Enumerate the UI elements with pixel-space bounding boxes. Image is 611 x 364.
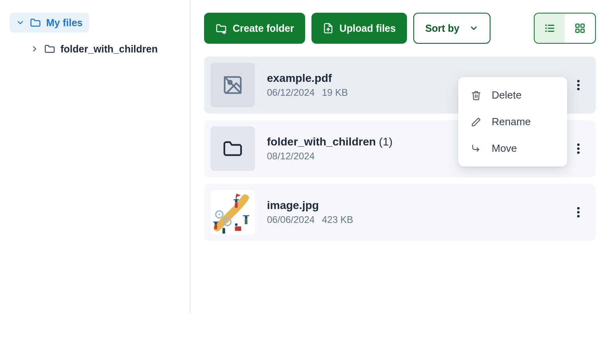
dots-vertical-icon (577, 206, 580, 218)
svg-rect-38 (222, 230, 225, 234)
svg-point-19 (577, 143, 580, 146)
button-label: Sort by (425, 23, 459, 34)
svg-point-16 (577, 80, 580, 82)
folder-thumbnail (210, 126, 255, 171)
folder-icon (29, 17, 41, 29)
svg-point-8 (546, 31, 546, 31)
file-info: image.jpg 06/06/2024 423 KB (267, 199, 570, 225)
menu-item-label: Rename (492, 116, 531, 128)
svg-point-34 (245, 216, 247, 219)
illustration-icon (210, 190, 255, 234)
svg-point-7 (546, 28, 546, 28)
svg-rect-39 (235, 227, 241, 231)
folder-plus-icon (215, 22, 227, 34)
grid-icon (574, 23, 586, 34)
view-toggle (534, 13, 596, 44)
file-size: 19 KB (322, 87, 348, 98)
chevron-down-icon (469, 23, 479, 33)
file-date: 06/06/2024 (267, 214, 315, 225)
file-date: 06/12/2024 (267, 87, 315, 98)
svg-point-41 (577, 207, 580, 209)
svg-marker-30 (236, 194, 241, 197)
menu-item-rename[interactable]: Rename (458, 108, 567, 135)
tree-node-label: folder_with_children (60, 43, 158, 55)
create-folder-button[interactable]: Create folder (204, 13, 305, 44)
menu-item-delete[interactable]: Delete (458, 82, 567, 108)
list-icon (544, 22, 556, 34)
more-options-button[interactable] (570, 77, 586, 93)
svg-rect-28 (235, 202, 238, 207)
menu-item-label: Delete (492, 89, 521, 101)
file-date: 08/12/2024 (267, 151, 315, 162)
svg-point-24 (218, 213, 220, 215)
svg-point-6 (546, 25, 546, 25)
svg-point-43 (577, 215, 580, 217)
sort-by-button[interactable]: Sort by (413, 13, 490, 44)
button-label: Upload files (339, 23, 396, 34)
broken-image-icon (222, 74, 243, 96)
more-options-button[interactable] (570, 141, 586, 157)
menu-item-move[interactable]: Move (458, 135, 567, 162)
svg-rect-9 (576, 24, 579, 27)
svg-point-42 (577, 211, 580, 213)
dots-vertical-icon (577, 79, 580, 91)
grid-view-button[interactable] (565, 14, 595, 43)
upload-files-button[interactable]: Upload files (311, 13, 407, 44)
list-view-button[interactable] (535, 14, 565, 43)
file-upload-icon (323, 23, 334, 34)
menu-item-label: Move (492, 142, 517, 155)
chevron-down-icon (16, 18, 25, 27)
tree-node-root[interactable]: My files (10, 13, 89, 33)
move-icon (471, 143, 481, 154)
svg-rect-11 (576, 29, 579, 32)
sidebar: My files folder_with_children (0, 0, 191, 313)
chevron-right-icon (30, 45, 39, 53)
file-size: 423 KB (322, 214, 353, 225)
dots-vertical-icon (577, 143, 580, 155)
file-name: image.jpg (267, 199, 570, 212)
file-thumbnail (210, 63, 255, 107)
tree-node-child[interactable]: folder_with_children (25, 40, 162, 58)
image-thumbnail (210, 190, 255, 234)
file-child-count: (1) (379, 136, 393, 148)
svg-rect-35 (245, 219, 247, 224)
svg-rect-12 (581, 29, 584, 32)
svg-point-18 (577, 88, 580, 90)
folder-icon (222, 137, 244, 160)
svg-rect-32 (214, 225, 217, 229)
svg-point-21 (577, 151, 580, 154)
pencil-icon (471, 117, 481, 127)
svg-point-17 (577, 84, 580, 86)
tree-node-label: My files (46, 17, 83, 29)
svg-point-20 (577, 147, 580, 150)
trash-icon (471, 90, 481, 101)
folder-icon (44, 43, 56, 55)
button-label: Create folder (233, 23, 294, 34)
svg-point-40 (235, 223, 238, 226)
svg-rect-10 (581, 24, 584, 27)
file-row[interactable]: image.jpg 06/06/2024 423 KB (204, 184, 596, 241)
context-menu: Delete Rename Move (458, 77, 567, 167)
toolbar: Create folder Upload files Sort by (204, 13, 596, 44)
svg-point-26 (226, 221, 228, 223)
more-options-button[interactable] (570, 204, 586, 220)
